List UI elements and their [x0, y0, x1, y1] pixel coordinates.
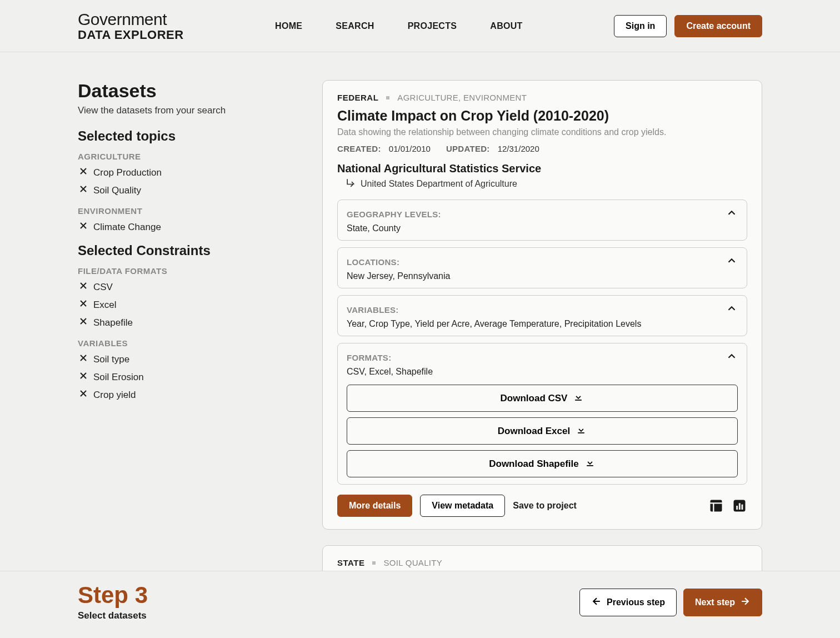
download-label: Download CSV: [501, 393, 568, 404]
brand-bottom: DATA EXPLORER: [78, 28, 184, 42]
close-icon: [78, 280, 89, 294]
close-icon: [78, 183, 89, 197]
brand-top: Government: [78, 10, 184, 28]
dataset-source: National Agricultural Statistics Service: [337, 162, 747, 175]
close-icon: [78, 166, 89, 180]
arrow-right-icon: [739, 596, 751, 609]
section-label: LOCATIONS:: [347, 257, 399, 267]
svg-rect-3: [742, 505, 743, 510]
dataset-title: Climate Impact on Crop Yield (2010-2020): [337, 108, 747, 124]
variable-chip-soil-type[interactable]: Soil type: [78, 351, 267, 367]
nav-home[interactable]: HOME: [275, 21, 302, 31]
topics-heading: Selected topics: [78, 128, 267, 144]
app-header: Government DATA EXPLORER HOME SEARCH PRO…: [0, 0, 840, 52]
page-subtitle: View the datasets from your search: [78, 105, 267, 116]
close-icon: [78, 220, 89, 234]
created-value: 01/01/2010: [389, 144, 431, 153]
geography-toggle[interactable]: GEOGRAPHY LEVELS:: [347, 207, 738, 221]
button-label: Next step: [695, 597, 735, 607]
page-title: Datasets: [78, 80, 267, 102]
subdirectory-arrow-icon: [345, 177, 356, 191]
constraint-group-variables: VARIABLES: [78, 338, 267, 348]
download-label: Download Excel: [498, 426, 570, 437]
main-nav: HOME SEARCH PROJECTS ABOUT: [275, 21, 523, 31]
view-metadata-button[interactable]: View metadata: [420, 495, 505, 517]
variables-value: Year, Crop Type, Yield per Acre, Average…: [347, 319, 738, 329]
chip-label: Soil Quality: [93, 185, 141, 196]
save-to-project-button[interactable]: Save to project: [513, 501, 577, 511]
download-csv-button[interactable]: Download CSV: [347, 385, 738, 412]
chip-label: Crop yield: [93, 390, 136, 401]
chart-view-button[interactable]: [732, 498, 747, 514]
formats-toggle[interactable]: FORMATS:: [347, 350, 738, 365]
formats-value: CSV, Excel, Shapefile: [347, 367, 738, 377]
topic-chip-soil-quality[interactable]: Soil Quality: [78, 182, 267, 198]
svg-rect-2: [739, 504, 741, 510]
next-step-button[interactable]: Next step: [683, 589, 762, 616]
download-excel-button[interactable]: Download Excel: [347, 417, 738, 445]
topic-chip-climate-change[interactable]: Climate Change: [78, 219, 267, 235]
chip-label: Crop Production: [93, 167, 162, 178]
close-icon: [78, 298, 89, 312]
table-view-button[interactable]: [708, 498, 724, 514]
arrow-left-icon: [591, 596, 602, 609]
filter-sidebar: Datasets View the datasets from your sea…: [78, 80, 267, 411]
close-icon: [78, 388, 89, 402]
download-label: Download Shapefile: [489, 458, 579, 470]
topic-group-agriculture: AGRICULTURE: [78, 152, 267, 161]
topic-chip-crop-production[interactable]: Crop Production: [78, 165, 267, 181]
geography-section: GEOGRAPHY LEVELS: State, County: [337, 200, 747, 241]
download-icon: [576, 424, 587, 438]
dataset-card: FEDERAL AGRICULTURE, ENVIRONMENT Climate…: [322, 80, 762, 530]
variable-chip-crop-yield[interactable]: Crop yield: [78, 387, 267, 403]
brand-logo: Government DATA EXPLORER: [78, 10, 184, 42]
download-shapefile-button[interactable]: Download Shapefile: [347, 450, 738, 477]
dataset-categories: AGRICULTURE, ENVIRONMENT: [397, 93, 527, 102]
nav-search[interactable]: SEARCH: [336, 21, 374, 31]
formats-section: FORMATS: CSV, Excel, Shapefile Download …: [337, 343, 747, 485]
previous-step-button[interactable]: Previous step: [579, 589, 677, 616]
variables-toggle[interactable]: VARIABLES:: [347, 302, 738, 317]
chip-label: Soil Erosion: [93, 372, 144, 383]
topic-group-environment: ENVIRONMENT: [78, 206, 267, 216]
parent-org-name: United States Department of Agriculture: [361, 179, 517, 189]
locations-toggle[interactable]: LOCATIONS:: [347, 255, 738, 269]
wizard-footer: Step 3 Select datasets Previous step Nex…: [0, 571, 840, 638]
locations-section: LOCATIONS: New Jersey, Pennsylvania: [337, 247, 747, 288]
chip-label: Climate Change: [93, 222, 161, 233]
more-details-button[interactable]: More details: [337, 495, 412, 517]
button-label: Previous step: [607, 597, 665, 607]
svg-rect-1: [736, 506, 738, 510]
nav-projects[interactable]: PROJECTS: [408, 21, 457, 31]
step-subtitle: Select datasets: [78, 610, 148, 621]
format-chip-csv[interactable]: CSV: [78, 279, 267, 295]
format-chip-shapefile[interactable]: Shapefile: [78, 315, 267, 331]
auth-actions: Sign in Create account: [614, 15, 762, 37]
separator-icon: [386, 96, 389, 99]
results-list: FEDERAL AGRICULTURE, ENVIRONMENT Climate…: [322, 80, 762, 601]
chip-label: Soil type: [93, 354, 129, 365]
dataset-level: STATE: [337, 558, 364, 567]
format-chip-excel[interactable]: Excel: [78, 297, 267, 313]
section-label: GEOGRAPHY LEVELS:: [347, 210, 441, 219]
section-label: FORMATS:: [347, 353, 391, 362]
updated-value: 12/31/2020: [498, 144, 539, 153]
chip-label: CSV: [93, 282, 113, 293]
chevron-up-icon: [726, 255, 738, 269]
dataset-parent-org: United States Department of Agriculture: [345, 177, 747, 191]
table-icon: [708, 506, 724, 515]
geography-value: State, County: [347, 223, 738, 233]
close-icon: [78, 352, 89, 366]
step-title: Step 3: [78, 584, 148, 607]
sign-in-button[interactable]: Sign in: [614, 15, 667, 37]
constraints-heading: Selected Constraints: [78, 243, 267, 258]
variable-chip-soil-erosion[interactable]: Soil Erosion: [78, 369, 267, 385]
close-icon: [78, 370, 89, 384]
close-icon: [78, 316, 89, 330]
chevron-up-icon: [726, 302, 738, 317]
create-account-button[interactable]: Create account: [674, 15, 762, 37]
chevron-up-icon: [726, 350, 738, 365]
dataset-categories: SOIL QUALITY: [383, 558, 442, 567]
dataset-level: FEDERAL: [337, 93, 378, 102]
nav-about[interactable]: ABOUT: [490, 21, 522, 31]
